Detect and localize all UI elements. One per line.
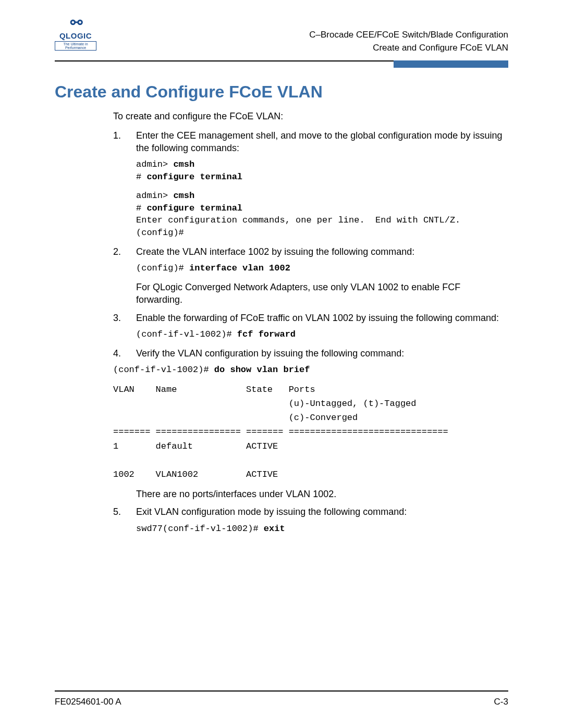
code-cmd: interface vlan 1002 [189,263,290,273]
code-output: (config)# [136,228,184,238]
intro-text: To create and configure the FCoE VLAN: [113,110,508,122]
code-prompt: (conf-if-vl-1002)# [136,329,237,339]
step-3-text: Enable the forwarding of FCoE traffic on… [136,312,508,324]
content-body: To create and configure the FCoE VLAN: E… [113,110,508,535]
step-2-code: (config)# interface vlan 1002 [136,262,508,275]
code-cmd: configure terminal [146,172,242,182]
qlogic-icon: ⚯ [55,16,96,30]
step-5-code: swd77(conf-if-vl-1002)# exit [136,523,508,535]
step-1-code-block-1: admin> cmsh # configure terminal [136,158,508,183]
code-cmd: cmsh [173,191,194,201]
code-cmd: exit [264,524,285,534]
logo-brand-text: QLOGIC [55,31,96,40]
logo: ⚯ QLOGIC The Ultimate in Performance [55,16,96,51]
page-header: ⚯ QLOGIC The Ultimate in Performance C–B… [55,16,508,54]
code-cmd: configure terminal [146,203,242,213]
code-prompt: (conf-if-vl-1002)# [113,365,214,375]
logo-tagline: The Ultimate in Performance [55,41,96,51]
footer-doc-id: FE0254601-00 A [55,697,121,707]
step-5-text: Exit VLAN configuration mode by issuing … [136,505,508,518]
code-output: Enter configuration commands, one per li… [136,215,460,225]
code-prompt: admin> [136,191,173,201]
code-prompt: swd77(conf-if-vl-1002)# [136,524,264,534]
code-prompt: admin> [136,159,173,169]
step-4-text: Verify the VLAN configuration by issuing… [136,347,508,360]
step-2-note: For QLogic Converged Network Adapters, u… [136,281,508,306]
footer-page-number: C-3 [494,697,508,707]
steps-list: Enter the CEE management shell, and move… [113,129,508,535]
step-4: Verify the VLAN configuration by issuing… [113,347,508,501]
step-4-code: (conf-if-vl-1002)# do show vlan brief [113,364,508,376]
code-prompt: # [136,172,146,182]
step-3: Enable the forwarding of FCoE traffic on… [113,312,508,341]
step-4-output: VLAN Name State Ports (u)-Untagged, (t)-… [113,382,508,482]
code-prompt: (config)# [136,263,189,273]
step-4-note: There are no ports/interfaces under VLAN… [136,488,508,500]
code-cmd: fcf forward [237,329,296,339]
code-cmd: do show vlan brief [214,365,310,375]
header-line-2: Create and Configure FCoE VLAN [309,42,508,55]
step-3-code: (conf-if-vl-1002)# fcf forward [136,328,508,341]
code-cmd: cmsh [173,159,194,169]
page-title: Create and Configure FCoE VLAN [55,82,508,102]
step-2-text: Create the VLAN interface 1002 by issuin… [136,245,508,258]
header-title-block: C–Brocade CEE/FCoE Switch/Blade Configur… [309,16,508,54]
rule-accent-block [394,60,508,68]
step-1: Enter the CEE management shell, and move… [113,129,508,239]
page-footer: FE0254601-00 A C-3 [55,690,508,707]
header-rule [55,60,508,68]
step-1-text: Enter the CEE management shell, and move… [136,129,508,155]
step-2: Create the VLAN interface 1002 by issuin… [113,245,508,306]
header-line-1: C–Brocade CEE/FCoE Switch/Blade Configur… [309,29,508,42]
step-1-code-block-2: admin> cmsh # configure terminal Enter c… [136,190,508,239]
step-5: Exit VLAN configuration mode by issuing … [113,505,508,535]
code-prompt: # [136,203,146,213]
